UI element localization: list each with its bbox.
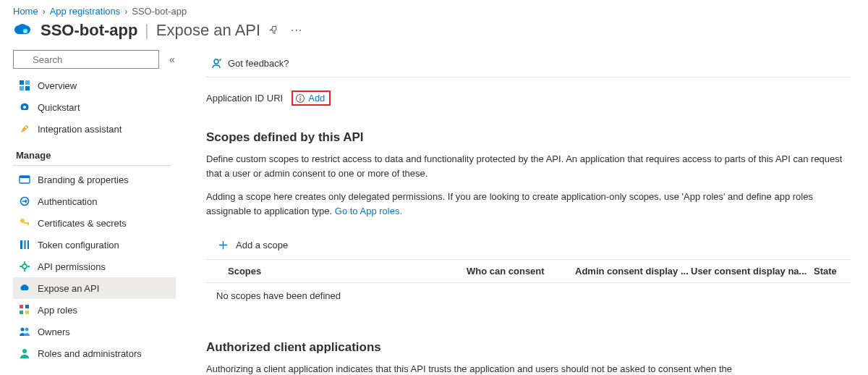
scopes-desc-2: Adding a scope here creates only delegat…	[206, 190, 851, 219]
page-title: SSO-bot-app Expose an API	[41, 21, 260, 40]
svg-point-25	[22, 349, 27, 353]
svg-rect-4	[25, 80, 30, 85]
sidebar-item-label: Expose an API	[38, 283, 99, 294]
title-page: Expose an API	[156, 21, 260, 39]
col-who: Who can consent	[467, 266, 575, 277]
sidebar-item-label: Quickstart	[38, 102, 80, 113]
chevron-right-icon: ›	[124, 7, 127, 17]
sidebar-item-expose-api[interactable]: Expose an API	[13, 277, 176, 299]
svg-point-18	[22, 264, 27, 269]
sidebar-item-label: Roles and administrators	[38, 348, 142, 359]
app-icon	[13, 21, 32, 40]
svg-rect-21	[20, 311, 23, 314]
sidebar: « Overview Quickstart Integration assist…	[13, 50, 176, 375]
rocket-icon	[19, 123, 30, 135]
svg-rect-19	[20, 305, 23, 308]
auth-icon	[19, 195, 30, 207]
sidebar-item-api-permissions[interactable]: API permissions	[13, 256, 176, 277]
main-content: Got feedback? Application ID URI Add Sco…	[176, 50, 868, 375]
svg-rect-16	[24, 240, 26, 249]
feedback-label: Got feedback?	[228, 58, 289, 69]
sidebar-item-certificates[interactable]: Certificates & secrets	[13, 212, 176, 234]
svg-rect-10	[20, 176, 30, 178]
col-admin: Admin consent display ...	[575, 266, 691, 277]
svg-point-26	[214, 59, 218, 64]
sidebar-item-authentication[interactable]: Authentication	[13, 190, 176, 212]
sidebar-item-label: Overview	[38, 80, 77, 91]
scopes-empty: No scopes have been defined	[206, 283, 851, 308]
sidebar-item-label: Owners	[38, 326, 70, 337]
page-title-row: SSO-bot-app Expose an API ···	[0, 20, 868, 50]
svg-point-8	[25, 127, 27, 128]
title-separator	[140, 27, 153, 38]
sidebar-item-label: Token configuration	[38, 240, 119, 250]
sidebar-item-label: Authentication	[38, 196, 97, 207]
sidebar-item-label: Certificates & secrets	[38, 218, 127, 229]
command-bar: Got feedback?	[206, 50, 851, 77]
breadcrumb-current: SSO-bot-app	[132, 6, 187, 17]
expose-api-icon	[19, 282, 30, 294]
app-id-uri-row: Application ID URI Add	[206, 90, 851, 106]
col-state: State	[814, 266, 851, 277]
breadcrumb-app-registrations[interactable]: App registrations	[50, 6, 121, 17]
svg-rect-3	[20, 80, 24, 85]
sidebar-item-integration[interactable]: Integration assistant	[13, 118, 176, 140]
breadcrumb: Home › App registrations › SSO-bot-app	[0, 0, 868, 20]
pin-icon[interactable]	[269, 25, 279, 35]
svg-point-23	[21, 328, 25, 332]
svg-rect-22	[25, 311, 29, 314]
sidebar-item-roles-admin[interactable]: Roles and administrators	[13, 342, 176, 364]
sidebar-item-label: Integration assistant	[38, 124, 122, 135]
app-roles-icon	[19, 304, 30, 316]
api-perm-icon	[19, 261, 30, 272]
add-label: Add	[308, 93, 325, 104]
info-icon	[295, 93, 305, 104]
more-icon[interactable]: ···	[288, 24, 305, 37]
search-input[interactable]	[13, 50, 159, 69]
sidebar-item-token[interactable]: Token configuration	[13, 234, 176, 256]
col-user: User consent display na...	[691, 266, 814, 277]
sidebar-item-owners[interactable]: Owners	[13, 321, 176, 342]
svg-rect-29	[300, 98, 301, 101]
breadcrumb-home[interactable]: Home	[13, 6, 38, 17]
sidebar-item-quickstart[interactable]: Quickstart	[13, 96, 176, 118]
token-icon	[19, 239, 30, 250]
svg-rect-17	[27, 240, 29, 249]
svg-point-24	[25, 328, 29, 332]
app-id-uri-label: Application ID URI	[206, 93, 283, 104]
scopes-desc-2-text: Adding a scope here creates only delegat…	[206, 191, 813, 216]
svg-rect-5	[20, 86, 24, 90]
sidebar-item-label: API permissions	[38, 261, 106, 272]
svg-rect-15	[20, 240, 22, 249]
sidebar-item-label: Branding & properties	[38, 174, 129, 185]
sidebar-item-label: App roles	[38, 305, 77, 316]
plus-icon	[218, 240, 229, 250]
feedback-button[interactable]: Got feedback?	[206, 55, 294, 72]
svg-rect-14	[27, 224, 29, 225]
sidebar-item-overview[interactable]: Overview	[13, 75, 176, 96]
branding-icon	[19, 174, 30, 185]
add-scope-button[interactable]: Add a scope	[206, 235, 851, 255]
app-roles-link[interactable]: Go to App roles.	[335, 206, 402, 216]
feedback-icon	[210, 58, 222, 69]
col-scopes: Scopes	[228, 266, 467, 277]
svg-point-7	[23, 106, 26, 109]
authorized-desc: Authorizing a client application indicat…	[206, 362, 756, 375]
sidebar-section-manage: Manage	[13, 140, 171, 166]
svg-rect-13	[24, 222, 29, 224]
svg-point-28	[299, 96, 301, 97]
scopes-table-header: Scopes Who can consent Admin consent dis…	[206, 260, 851, 283]
scopes-heading: Scopes defined by this API	[206, 130, 851, 145]
add-app-id-uri-button[interactable]: Add	[292, 90, 331, 106]
overview-icon	[19, 80, 30, 91]
add-scope-label: Add a scope	[236, 240, 288, 250]
scopes-desc-1: Define custom scopes to restrict access …	[206, 152, 851, 181]
svg-rect-6	[25, 86, 30, 90]
chevron-right-icon: ›	[43, 7, 46, 17]
owners-icon	[19, 326, 30, 337]
authorized-heading: Authorized client applications	[206, 340, 851, 355]
quickstart-icon	[19, 101, 30, 113]
roles-admin-icon	[19, 347, 30, 359]
sidebar-item-branding[interactable]: Branding & properties	[13, 169, 176, 190]
sidebar-item-app-roles[interactable]: App roles	[13, 299, 176, 321]
